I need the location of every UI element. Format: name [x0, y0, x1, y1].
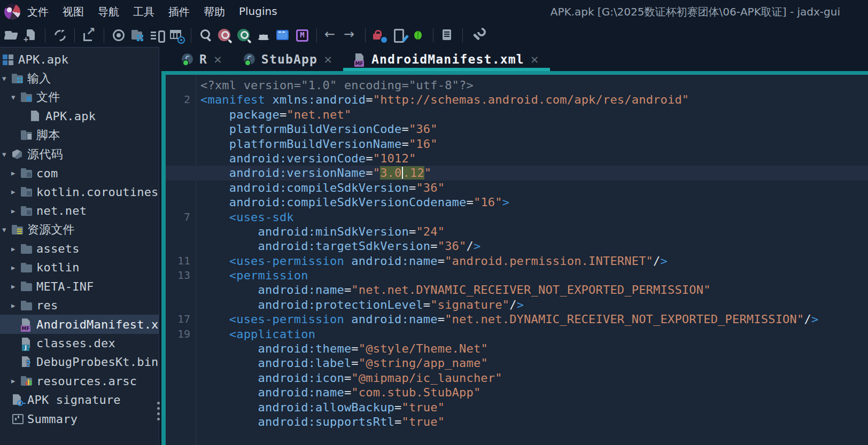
expand-arrow-closed-icon[interactable]: ▸: [11, 187, 20, 197]
home-icon[interactable]: [257, 28, 270, 42]
tree-item-label: 源代码: [27, 146, 63, 162]
bookmark-m-icon[interactable]: [295, 28, 309, 42]
flatten-list-icon[interactable]: [150, 28, 164, 42]
reload-icon[interactable]: [53, 28, 67, 42]
expand-arrow-closed-icon[interactable]: ▸: [11, 244, 20, 254]
code-text: android:protectionLevel="signature"/>: [200, 298, 868, 312]
code-line[interactable]: 2<manifest xmlns:android="http://schemas…: [166, 92, 868, 107]
menu-item-5[interactable]: 帮助: [197, 5, 232, 19]
code-line[interactable]: android:versionName="3.0.12": [166, 166, 868, 180]
folder-arsc-icon: [20, 374, 33, 387]
class-search-icon[interactable]: [218, 28, 232, 42]
code-line[interactable]: android:protectionLevel="signature"/>: [166, 298, 868, 312]
tree-item-debugprobeskt-bin[interactable]: DebugProbesKt.bin: [0, 353, 159, 371]
expand-arrow-closed-icon[interactable]: ▸: [11, 301, 20, 310]
toolbar-separator: [462, 28, 463, 43]
code-line[interactable]: platformBuildVersionName="16": [166, 137, 868, 151]
expand-arrow-closed-icon[interactable]: ▸: [11, 263, 20, 272]
tree-item-apk-signature[interactable]: APK signature: [0, 391, 159, 409]
code-line[interactable]: android:name="net.net.DYNAMIC_RECEIVER_N…: [166, 283, 868, 297]
tree-item-[interactable]: 脚本: [0, 126, 159, 145]
code-line[interactable]: 17 <uses-permission android:name="net.ne…: [166, 312, 868, 326]
folder-code-icon: [20, 205, 33, 217]
menu-item-4[interactable]: 插件: [161, 5, 197, 19]
back-icon[interactable]: [324, 28, 338, 42]
log-viewer-icon[interactable]: [441, 28, 455, 42]
deobfuscation-lock-icon[interactable]: [373, 28, 387, 42]
tree-item-meta-inf[interactable]: ▸META-INF: [0, 277, 159, 296]
export-icon[interactable]: [82, 28, 96, 42]
forward-icon[interactable]: [344, 28, 358, 42]
code-line[interactable]: android:icon="@mipmap/ic_launcher": [166, 371, 868, 385]
expand-arrow-closed-icon[interactable]: ▸: [11, 376, 20, 386]
code-line[interactable]: android:versionCode="1012": [166, 151, 868, 166]
tree-item-[interactable]: ▾文件: [0, 88, 159, 107]
tree-item-kotlin[interactable]: ▸kotlin: [0, 258, 159, 277]
preview-table-icon[interactable]: [169, 28, 183, 42]
code-line[interactable]: 13 <permission: [166, 268, 868, 283]
expand-arrow-open-icon[interactable]: ▾: [11, 92, 20, 102]
tree-item-[interactable]: ▾资源文件: [0, 221, 159, 239]
class-icon: [244, 53, 257, 66]
search-icon[interactable]: [199, 28, 213, 42]
menu-item-1[interactable]: 视图: [56, 5, 91, 19]
code-line[interactable]: android:compileSdkVersion="36": [166, 181, 868, 195]
expand-arrow-open-icon[interactable]: ▾: [2, 150, 11, 159]
settings-wrench-icon[interactable]: [470, 28, 484, 42]
code-line[interactable]: android:label="@string/app_name": [166, 356, 868, 370]
tree-item-label: 资源文件: [27, 222, 75, 238]
tree-item-apk-apk[interactable]: APK.apk: [0, 50, 159, 69]
code-line[interactable]: 7 <uses-sdk: [166, 210, 868, 224]
debug-bug-icon[interactable]: [412, 28, 425, 42]
code-line[interactable]: android:minSdkVersion="24": [166, 224, 868, 239]
new-window-icon[interactable]: [276, 28, 290, 42]
code-line[interactable]: 19 <application: [166, 327, 868, 341]
code-line[interactable]: platformBuildVersionCode="36": [166, 122, 868, 136]
tab-r[interactable]: R×: [171, 47, 233, 71]
code-line[interactable]: android:allowBackup="true": [166, 400, 868, 415]
menu-item-0[interactable]: 文件: [20, 5, 56, 19]
code-line[interactable]: android:supportsRtl="true": [166, 415, 868, 429]
code-search-icon[interactable]: [237, 28, 251, 42]
close-icon[interactable]: ×: [323, 53, 332, 66]
device-edit-icon[interactable]: [392, 28, 406, 42]
code-line[interactable]: android:theme="@style/Theme.Net": [166, 341, 868, 356]
expand-arrow-closed-icon[interactable]: ▸: [11, 282, 20, 291]
code-line[interactable]: android:compileSdkVersionCodename="16">: [166, 195, 868, 209]
code-line[interactable]: 11 <uses-permission android:name="androi…: [166, 254, 868, 268]
tree-item-assets[interactable]: ▸assets: [0, 239, 159, 258]
tree-item-[interactable]: ▾输入: [0, 69, 159, 88]
tree-item-net-net[interactable]: ▸net.net: [0, 201, 159, 220]
code-line[interactable]: android:targetSdkVersion="36"/>: [166, 239, 868, 253]
expand-arrow-closed-icon[interactable]: ▸: [11, 206, 20, 216]
close-icon[interactable]: ×: [530, 53, 539, 66]
code-area[interactable]: <?xml version="1.0" encoding="utf-8"?>2<…: [166, 75, 868, 445]
splitter-grip[interactable]: [157, 402, 160, 404]
tree-item-kotlin-coroutines[interactable]: ▸kotlin.coroutines: [0, 183, 159, 201]
code-editor[interactable]: <?xml version="1.0" encoding="utf-8"?>2<…: [161, 71, 868, 445]
tree-item-summary[interactable]: Summary: [0, 409, 159, 428]
expand-arrow-open-icon[interactable]: ▾: [2, 225, 11, 235]
tree-item-com[interactable]: ▸com: [0, 163, 159, 182]
tab-androidmanifest-xml[interactable]: AndroidManifest.xml×: [343, 47, 550, 71]
tab-stubapp[interactable]: StubApp×: [233, 47, 343, 71]
expand-arrow-closed-icon[interactable]: ▸: [11, 168, 20, 178]
tree-item-resources-arsc[interactable]: ▸resources.arsc: [0, 372, 159, 391]
code-line[interactable]: android:name="com.stub.StubApp": [166, 385, 868, 400]
close-icon[interactable]: ×: [213, 53, 222, 66]
expand-arrow-open-icon[interactable]: ▾: [2, 74, 11, 83]
tree-item-[interactable]: ▾源代码: [0, 145, 159, 163]
packages-folder-icon[interactable]: [131, 28, 145, 42]
code-line[interactable]: <?xml version="1.0" encoding="utf-8"?>: [166, 78, 868, 92]
menu-item-3[interactable]: 工具: [126, 5, 161, 19]
tree-item-apk-apk[interactable]: APK.apk: [0, 107, 159, 126]
tree-item-res[interactable]: ▸res: [0, 296, 159, 315]
open-file-icon[interactable]: [4, 28, 18, 42]
sync-caret-icon[interactable]: [112, 28, 126, 42]
add-files-icon[interactable]: [24, 28, 37, 42]
tree-item-androidmanifest-xml[interactable]: AndroidManifest.xml: [0, 315, 159, 333]
menu-item-2[interactable]: 导航: [91, 5, 126, 19]
code-line[interactable]: package="net.net": [166, 107, 868, 122]
menu-plugins[interactable]: Plugins: [232, 5, 284, 19]
tree-item-classes-dex[interactable]: classes.dex: [0, 334, 159, 353]
